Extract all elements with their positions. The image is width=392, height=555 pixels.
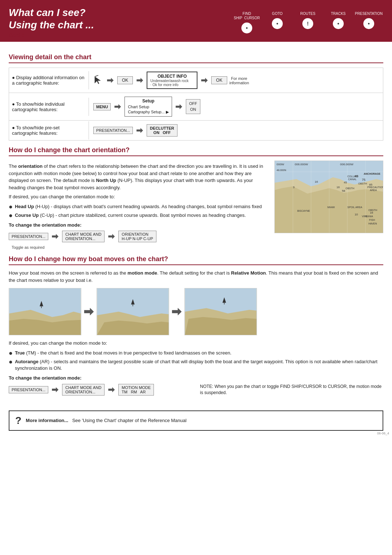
- viewing-row-2: ● To show/hide individual cartographic f…: [9, 93, 383, 121]
- arrow-1: [107, 78, 114, 83]
- footer-description: See 'Using the Chart' chapter of the Ref…: [72, 418, 187, 423]
- orientation-presentation-btn[interactable]: PRESENTATION...: [9, 233, 48, 240]
- setup-title: Setup: [128, 98, 169, 104]
- orientation-container: The orientation of the chart refers to t…: [9, 161, 383, 250]
- svg-text:OBSTH: OBSTH: [346, 187, 354, 190]
- arrow-7: [52, 234, 58, 239]
- motion-presentation-btn[interactable]: PRESENTATION...: [9, 386, 48, 393]
- motion-arrow-2: [172, 308, 182, 316]
- for-more-info: For moreinformation: [229, 76, 249, 85]
- svg-text:16: 16: [370, 211, 373, 214]
- svg-text:6: 6: [366, 215, 367, 218]
- main-title-line2: Using the chart ...: [9, 19, 94, 31]
- arrow-4: [114, 104, 121, 109]
- toggle-note: Toggle as required: [12, 245, 269, 250]
- viewing-row-3: ● To show/hide pre-set cartographic feat…: [9, 121, 383, 140]
- viewing-row-1: ● Display additional information on a ca…: [9, 68, 383, 93]
- nav-btn-routes[interactable]: ROUTES: [293, 12, 322, 29]
- motion-diagram-3: [184, 288, 257, 335]
- svg-text:ANCHORAGE: ANCHORAGE: [364, 173, 380, 175]
- setup-item2: Cartography Setup...: [128, 109, 169, 115]
- bullet-icon-2: ●: [9, 212, 13, 219]
- orientation-map: 000W 006.000W 006.000W 48.000N 49 75 85 …: [274, 161, 383, 233]
- ok-button-2[interactable]: OK: [211, 76, 227, 84]
- svg-text:006.000W: 006.000W: [340, 163, 354, 166]
- presentation-button-1[interactable]: PRESENTATION...: [93, 127, 133, 134]
- svg-text:10: 10: [355, 213, 358, 216]
- svg-text:16: 16: [336, 186, 340, 189]
- viewing-row-1-steps: OK OBJECT INFO Underwater/awash rock · O…: [89, 68, 253, 93]
- declutter-box: DECLUTTER ON OFF: [147, 124, 177, 137]
- orientation-step-row: PRESENTATION... CHART MODE ANDORIENTATIO…: [9, 231, 269, 242]
- arrow-6: [136, 128, 143, 133]
- on-label: ON: [189, 107, 197, 112]
- orientation-bullet-2: ● Course Up (C-Up) - chart picture stabi…: [9, 212, 269, 219]
- motion-mode-box: MOTION MODETM RM AR: [118, 384, 154, 396]
- motion-bullet-icon-2: ●: [9, 358, 13, 365]
- svg-text:006.000W: 006.000W: [295, 163, 308, 166]
- nav-btn-tracks-circle[interactable]: [333, 18, 344, 29]
- orientation-bullet-1-text: Head Up (H-Up) - displays chart with boa…: [15, 203, 262, 210]
- footer-text: More information... See 'Using the Chart…: [26, 418, 187, 423]
- nav-btn-routes-circle[interactable]: [302, 18, 313, 29]
- orientation-bullet-list: ● Head Up (H-Up) - displays chart with b…: [9, 203, 269, 219]
- orientation-map-svg: 000W 006.000W 006.000W 48.000N 49 75 85 …: [275, 161, 383, 233]
- orientation-subheading: To change the orientation mode:: [9, 222, 269, 228]
- nav-btn-find-label: FIND SHIP CURSOR: [234, 12, 260, 20]
- header: What can I see? Using the chart ... Card…: [0, 0, 392, 42]
- svg-text:000W: 000W: [277, 163, 284, 166]
- cursor-icon: [93, 75, 103, 85]
- motion-diagram-1-svg: [9, 288, 81, 335]
- off-label: OFF: [189, 101, 197, 106]
- nav-btn-tracks[interactable]: TRACKS: [324, 12, 353, 29]
- motion-diagram-1: [9, 288, 81, 335]
- motion-bullet-icon-1: ●: [9, 350, 13, 356]
- nav-btn-find[interactable]: FIND SHIP CURSOR: [232, 12, 261, 33]
- nav-btn-goto[interactable]: GOTO: [263, 12, 292, 29]
- menu-button[interactable]: MENU: [93, 103, 111, 110]
- svg-text:OBSTH: OBSTH: [358, 182, 367, 185]
- nav-btn-find-circle[interactable]: [241, 23, 252, 33]
- footer-bold-text: More information...: [26, 418, 68, 423]
- setup-item1: Chart Setup: [128, 104, 169, 109]
- main-content: Viewing detail on the chart ● Display ad…: [0, 42, 392, 405]
- motion-bullet-2: ● Autorange (AR) - selects and maintains…: [9, 358, 383, 372]
- setup-box: Setup Chart Setup Cartography Setup...: [124, 97, 172, 117]
- motion-bullet-2-text: Autorange (AR) - selects and maintains t…: [15, 358, 383, 372]
- arrow-5: [176, 104, 182, 109]
- svg-text:SPOIL AREA: SPOIL AREA: [347, 206, 362, 208]
- orientation-text: The orientation of the chart refers to t…: [9, 161, 269, 250]
- motion-diagram-2: [97, 288, 169, 335]
- motion-bullet-list: ● True (TM) - the chart is fixed and the…: [9, 350, 383, 372]
- nav-btn-presentation-circle[interactable]: [363, 18, 374, 29]
- nav-btn-goto-circle[interactable]: [272, 18, 283, 29]
- svg-text:HAVEN: HAVEN: [368, 222, 377, 225]
- orientation-bullet-1: ● Head Up (H-Up) - displays chart with b…: [9, 203, 269, 210]
- bullet-icon-1: ●: [9, 203, 13, 210]
- svg-line-1: [95, 75, 98, 77]
- object-info-title: OBJECT INFO: [150, 74, 194, 79]
- svg-text:PRECAUTIONARY: PRECAUTIONARY: [367, 186, 383, 189]
- svg-text:BISCAYNE: BISCAYNE: [297, 210, 310, 212]
- svg-text:COLLINS: COLLINS: [347, 175, 358, 178]
- ok-button-1[interactable]: OK: [117, 76, 133, 84]
- arrow-3: [201, 78, 208, 83]
- svg-text:48.000N: 48.000N: [277, 169, 286, 171]
- svg-text:16: 16: [315, 180, 318, 183]
- motion-diagram-3-svg: [185, 288, 257, 335]
- svg-text:75: 75: [362, 178, 366, 182]
- svg-text:45: 45: [344, 181, 347, 184]
- arrow-8: [108, 234, 115, 239]
- nav-btn-presentation[interactable]: PRESENTATION: [354, 12, 383, 29]
- nav-btn-tracks-label: TRACKS: [331, 12, 346, 16]
- declutter-label: DECLUTTER: [150, 126, 174, 130]
- header-title-block: What can I see? Using the chart ... Card…: [9, 7, 94, 38]
- motion-note: NOTE: When you pan the chart or toggle F…: [200, 384, 383, 396]
- svg-text:58: 58: [342, 189, 345, 193]
- orientation-para2: If desired, you can change the orientati…: [9, 193, 269, 200]
- motion-para1: How your boat moves on the screen is ref…: [9, 270, 383, 284]
- svg-text:VIRGINIA: VIRGINIA: [362, 215, 373, 218]
- svg-text:FISH: FISH: [369, 219, 375, 221]
- motion-diagram-2-svg: [97, 288, 169, 335]
- object-info-box: OBJECT INFO Underwater/awash rock · Ok f…: [147, 72, 197, 89]
